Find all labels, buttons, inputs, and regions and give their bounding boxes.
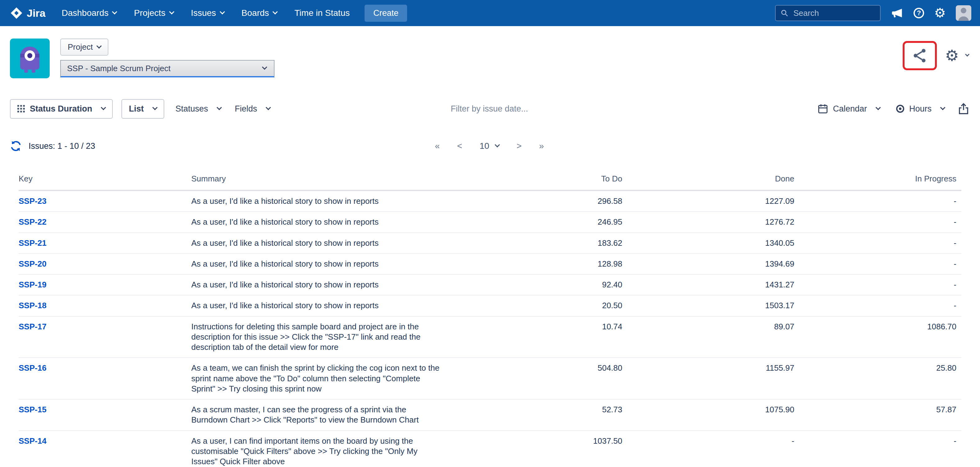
col-header-key[interactable]: Key [19, 170, 191, 190]
issue-row: SSP-16 As a team, we can finish the spri… [19, 358, 961, 399]
issue-summary: Instructions for deleting this sample bo… [191, 316, 465, 358]
jira-logo[interactable]: Jira [10, 6, 46, 19]
todo-hours-cell: 1037.50 [465, 430, 627, 467]
col-header-inprogress[interactable]: In Progress [799, 170, 961, 190]
done-hours-cell: 1276.72 [627, 212, 799, 233]
done-hours-cell: 89.07 [627, 316, 799, 358]
prev-page-button[interactable]: < [457, 141, 462, 151]
avatar-torso [958, 16, 969, 21]
chevron-down-icon [153, 105, 158, 110]
inprogress-hours-cell: - [799, 233, 961, 253]
todo-hours-cell: 128.98 [465, 253, 627, 274]
todo-hours-cell: 504.80 [465, 358, 627, 399]
issue-key-link[interactable]: SSP-23 [19, 196, 46, 206]
inprogress-hours-cell: - [799, 295, 961, 316]
project-header: Project SSP - Sample Scrum Project [0, 26, 980, 78]
col-header-todo[interactable]: To Do [465, 170, 627, 190]
statuses-dropdown[interactable]: Statuses [173, 100, 224, 118]
inprogress-hours-cell: 1086.70 [799, 316, 961, 358]
inprogress-hours-cell: - [799, 253, 961, 274]
issue-key-link[interactable]: SSP-15 [19, 405, 46, 414]
inprogress-hours-cell: - [799, 190, 961, 212]
share-icon[interactable] [912, 47, 928, 64]
last-page-button[interactable]: » [539, 141, 544, 151]
main-nav: Dashboards Projects Issues Boards Time i… [62, 8, 350, 18]
issue-summary: As a scrum master, I can see the progres… [191, 399, 465, 430]
chevron-down-icon [273, 9, 278, 14]
search-icon [781, 9, 788, 18]
issue-row: SSP-20 As a user, I'd like a historical … [19, 253, 961, 274]
jira-logo-icon [10, 6, 23, 19]
refresh-icon[interactable] [10, 140, 22, 152]
nav-issues[interactable]: Issues [191, 8, 224, 18]
project-avatar [10, 38, 50, 78]
todo-hours-cell: 10.74 [465, 316, 627, 358]
chevron-down-icon [217, 105, 222, 110]
issue-summary: As a user, I'd like a historical story t… [191, 233, 465, 253]
col-header-done[interactable]: Done [627, 170, 799, 190]
hours-target-icon [896, 105, 904, 113]
chevron-down-icon [96, 43, 102, 48]
issue-key-link[interactable]: SSP-19 [19, 280, 46, 289]
issue-key-link[interactable]: SSP-14 [19, 436, 46, 446]
first-page-button[interactable]: « [435, 141, 440, 151]
nav-time-in-status[interactable]: Time in Status [294, 8, 350, 18]
chevron-down-icon [101, 105, 106, 110]
issue-summary: As a team, we can finish the sprint by c… [191, 358, 465, 399]
chevron-down-icon [220, 9, 225, 14]
chevron-down-icon [940, 105, 945, 110]
table-header-row: Key Summary To Do Done In Progress [19, 170, 961, 190]
issue-row: SSP-19 As a user, I'd like a historical … [19, 274, 961, 295]
grid-icon [18, 105, 25, 113]
report-type-button[interactable]: Status Duration [10, 99, 113, 119]
nav-dashboards[interactable]: Dashboards [62, 8, 117, 18]
done-hours-cell: 1155.97 [627, 358, 799, 399]
todo-hours-cell: 52.73 [465, 399, 627, 430]
todo-hours-cell: 20.50 [465, 295, 627, 316]
feedback-megaphone-icon[interactable] [891, 7, 904, 19]
issue-summary: As a user, I'd like a historical story t… [191, 274, 465, 295]
view-type-button[interactable]: List [121, 99, 164, 119]
page-size-select[interactable]: 10 [479, 141, 499, 151]
issue-summary: As a user, I can find important items on… [191, 430, 465, 467]
search-input[interactable] [792, 8, 875, 19]
help-icon[interactable]: ? [913, 8, 924, 18]
nav-boards[interactable]: Boards [242, 8, 277, 18]
calendar-dropdown[interactable]: Calendar [815, 100, 883, 118]
issue-key-link[interactable]: SSP-16 [19, 363, 46, 373]
export-icon[interactable] [958, 103, 969, 115]
issue-key-link[interactable]: SSP-20 [19, 259, 46, 268]
issue-row: SSP-21 As a user, I'd like a historical … [19, 233, 961, 253]
issue-key-link[interactable]: SSP-22 [19, 217, 46, 226]
nav-projects[interactable]: Projects [134, 8, 173, 18]
issue-key-link[interactable]: SSP-17 [19, 322, 46, 331]
inprogress-hours-cell: 57.87 [799, 399, 961, 430]
issue-row: SSP-22 As a user, I'd like a historical … [19, 212, 961, 233]
issue-key-link[interactable]: SSP-21 [19, 238, 46, 248]
issue-summary: As a user, I'd like a historical story t… [191, 190, 465, 212]
chevron-down-icon [495, 142, 500, 148]
create-button[interactable]: Create [364, 5, 407, 22]
fields-dropdown[interactable]: Fields [232, 100, 273, 118]
issue-key-link[interactable]: SSP-18 [19, 301, 46, 310]
project-avatar-monster-icon [10, 38, 50, 78]
col-header-summary[interactable]: Summary [191, 170, 465, 190]
settings-gear-button[interactable]: ⚙ [945, 48, 969, 64]
share-highlight-annotation [903, 41, 937, 70]
issues-count-label: Issues: 1 - 10 / 23 [29, 141, 95, 151]
done-hours-cell: 1227.09 [627, 190, 799, 212]
issue-date-filter[interactable]: Filter by issue date... [450, 104, 528, 114]
todo-hours-cell: 246.95 [465, 212, 627, 233]
units-dropdown[interactable]: Hours [894, 100, 947, 118]
done-hours-cell: 1340.05 [627, 233, 799, 253]
chevron-down-icon [169, 9, 174, 14]
admin-gear-icon[interactable]: ⚙ [934, 6, 946, 19]
next-page-button[interactable]: > [517, 141, 522, 151]
project-select[interactable]: SSP - Sample Scrum Project [60, 60, 275, 77]
user-avatar[interactable] [956, 5, 971, 21]
issues-table-body: SSP-23 As a user, I'd like a historical … [19, 190, 961, 467]
inprogress-hours-cell: - [799, 212, 961, 233]
issue-summary: As a user, I'd like a historical story t… [191, 253, 465, 274]
done-hours-cell: - [627, 430, 799, 467]
scope-select-button[interactable]: Project [60, 38, 108, 56]
